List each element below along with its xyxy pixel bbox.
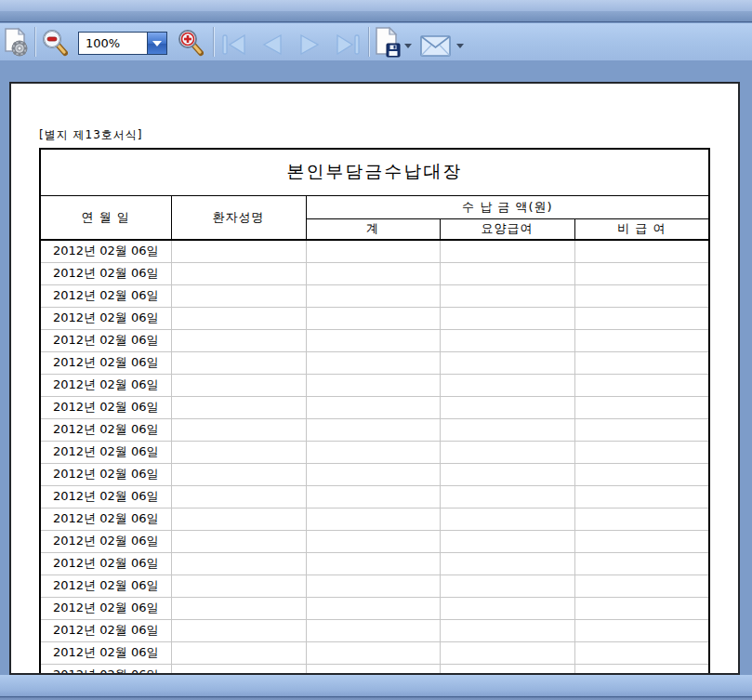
cell-patient-name [171, 530, 306, 552]
zoom-select-dropdown-button[interactable] [147, 33, 166, 54]
previous-page-button[interactable] [260, 34, 284, 55]
cell-total [306, 262, 440, 284]
cell-medical-benefit [440, 284, 574, 307]
email-options-caret[interactable] [456, 44, 464, 48]
cell-date: 2012년 02월 06일 [40, 597, 171, 619]
cell-total [306, 575, 440, 597]
last-page-icon [335, 34, 361, 55]
cell-medical-benefit [440, 418, 574, 441]
cell-total [306, 508, 440, 530]
cell-total [306, 597, 440, 619]
cell-medical-benefit [440, 351, 574, 374]
cell-date: 2012년 02월 06일 [40, 463, 171, 485]
cell-date: 2012년 02월 06일 [40, 664, 171, 675]
table-row: 2012년 02월 06일 [40, 329, 709, 351]
table-row: 2012년 02월 06일 [40, 619, 709, 641]
cell-date: 2012년 02월 06일 [40, 619, 171, 641]
cell-medical-benefit [440, 619, 574, 641]
cell-total [306, 552, 440, 575]
cell-total [306, 374, 440, 396]
window-title-band [0, 11, 752, 22]
cell-date: 2012년 02월 06일 [40, 530, 171, 552]
cell-non-benefit [574, 396, 709, 418]
page-setup-button[interactable] [3, 27, 33, 59]
table-row: 2012년 02월 06일 [40, 307, 709, 329]
cell-medical-benefit [440, 396, 574, 418]
save-options-caret[interactable] [404, 44, 412, 48]
save-button[interactable] [375, 26, 401, 58]
zoom-in-button[interactable] [178, 29, 204, 57]
cell-date: 2012년 02월 06일 [40, 641, 171, 664]
first-page-button[interactable] [221, 34, 247, 55]
cell-non-benefit [574, 441, 709, 463]
cell-total [306, 351, 440, 374]
cell-medical-benefit [440, 485, 574, 508]
magnifier-plus-icon [178, 29, 204, 57]
cell-date: 2012년 02월 06일 [40, 329, 171, 351]
magnifier-minus-icon [42, 29, 68, 57]
cell-patient-name [171, 508, 306, 530]
cell-medical-benefit [440, 508, 574, 530]
cell-patient-name [171, 597, 306, 619]
cell-non-benefit [574, 530, 709, 552]
report-viewer-window: { "toolbar": { "zoom_level": "100%", "ic… [0, 0, 752, 700]
next-page-button[interactable] [297, 34, 322, 55]
email-button[interactable] [420, 35, 451, 57]
cell-total [306, 530, 440, 552]
cell-medical-benefit [440, 441, 574, 463]
column-header-total: 계 [306, 218, 440, 240]
table-title: 본인부담금수납대장 [40, 149, 709, 195]
cell-patient-name [171, 418, 306, 441]
last-page-button[interactable] [335, 34, 361, 55]
cell-total [306, 284, 440, 307]
column-header-medical-benefit: 요양급여 [440, 218, 574, 240]
form-number-note: [별지 제13호서식] [39, 127, 738, 143]
save-document-icon [375, 26, 401, 58]
cell-total [306, 307, 440, 329]
cell-medical-benefit [440, 463, 574, 485]
cell-total [306, 619, 440, 641]
cell-non-benefit [574, 463, 709, 485]
cell-date: 2012년 02월 06일 [40, 307, 171, 329]
cell-patient-name [171, 284, 306, 307]
cell-date: 2012년 02월 06일 [40, 441, 171, 463]
table-row: 2012년 02월 06일 [40, 240, 709, 262]
column-header-patient-name: 환자성명 [171, 195, 306, 240]
cell-date: 2012년 02월 06일 [40, 575, 171, 597]
cell-medical-benefit [440, 262, 574, 284]
table-row: 2012년 02월 06일 [40, 508, 709, 530]
chevron-down-icon [152, 41, 162, 46]
cell-patient-name [171, 329, 306, 351]
cell-non-benefit [574, 664, 709, 675]
cell-patient-name [171, 396, 306, 418]
cell-patient-name [171, 374, 306, 396]
cell-non-benefit [574, 485, 709, 508]
cell-medical-benefit [440, 641, 574, 664]
table-row: 2012년 02월 06일 [40, 664, 709, 675]
table-row: 2012년 02월 06일 [40, 441, 709, 463]
column-header-date: 연 월 일 [40, 195, 171, 240]
table-row: 2012년 02월 06일 [40, 485, 709, 508]
cell-non-benefit [574, 307, 709, 329]
zoom-level-value: 100% [79, 36, 147, 50]
table-row: 2012년 02월 06일 [40, 284, 709, 307]
cell-non-benefit [574, 641, 709, 664]
cell-non-benefit [574, 508, 709, 530]
table-row: 2012년 02월 06일 [40, 374, 709, 396]
table-body: 2012년 02월 06일 2012년 02월 06일 2012년 02월 06… [40, 240, 709, 675]
cell-non-benefit [574, 374, 709, 396]
table-row: 2012년 02월 06일 [40, 530, 709, 552]
first-page-icon [221, 34, 247, 55]
page-with-gear-icon [3, 27, 33, 59]
next-page-icon [297, 34, 322, 55]
receipt-ledger-table: 본인부담금수납대장 연 월 일 환자성명 수 납 금 액(원) 계 요양급여 비… [39, 148, 710, 675]
cell-total [306, 441, 440, 463]
cell-date: 2012년 02월 06일 [40, 351, 171, 374]
cell-patient-name [171, 619, 306, 641]
table-row: 2012년 02월 06일 [40, 396, 709, 418]
cell-total [306, 463, 440, 485]
zoom-level-select[interactable]: 100% [78, 32, 167, 55]
zoom-out-button[interactable] [42, 29, 68, 57]
table-row: 2012년 02월 06일 [40, 463, 709, 485]
cell-patient-name [171, 307, 306, 329]
